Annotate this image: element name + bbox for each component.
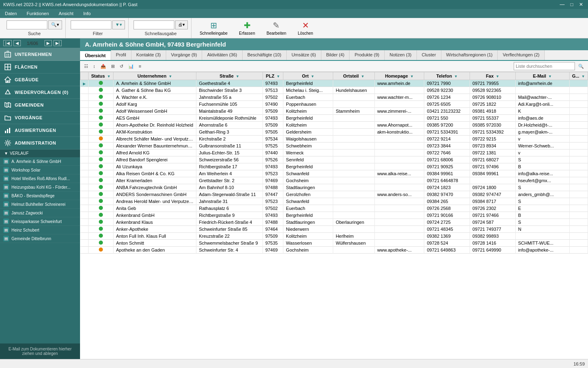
table-tool-resize-icon[interactable]: ⊞ [109, 63, 116, 70]
maximize-button[interactable]: □ [569, 2, 575, 7]
sidebar-item-vorgaenge[interactable]: VORGÄNGE [0, 112, 80, 124]
table-row[interactable]: Alter KramerladenGrettstadter Str. 29746… [80, 177, 588, 184]
table-row[interactable]: Adolf Weissenseel GmbHMaintalstraße 4997… [80, 108, 588, 115]
tab--bersicht[interactable]: Übersicht [80, 50, 111, 60]
col-header-g---[interactable]: G... ▼ [569, 72, 588, 80]
sidebar-item-unternehmen[interactable]: UNTERNEHMEN [0, 48, 80, 61]
loeschen-button[interactable]: ✕ Löschen [293, 19, 318, 37]
verlauf-item[interactable]: 🏢A. Amrhein & Söhne GmbH [0, 157, 80, 166]
table-row[interactable]: Ankenbrand GmbHRichtbergstraße 997493Ber… [80, 212, 588, 219]
verlauf-item[interactable]: 🏢BÄKO - Bestandspflege [0, 192, 80, 200]
tab-cluster[interactable]: Cluster [417, 50, 441, 60]
verlauf-item[interactable]: 🏢Gemeinde Dittelbrunn [0, 234, 80, 243]
table-row[interactable]: ANDERS Sondermaschinen GmbHAdam-Stegerwa… [80, 191, 588, 198]
nav-prev-button[interactable]: ◀ [13, 40, 21, 46]
nav-next-button[interactable]: ▶ [45, 40, 52, 46]
col-header-unternehmen[interactable]: Unternehmen ▼ [114, 72, 196, 80]
table-tool-sort-icon[interactable]: ↕ [91, 63, 97, 69]
sidebar-item-flaechen[interactable]: FLÄCHEN [0, 61, 80, 74]
bearbeiten-button[interactable]: ✎ Bearbeiten [262, 19, 291, 37]
minimize-button[interactable]: — [558, 2, 566, 7]
table-row[interactable]: Alfred Bandorf SpenglereiSchweizerstraße… [80, 156, 588, 163]
status-dot [99, 129, 103, 134]
table-row[interactable]: ANBA Fahrzeugtechnik GmbHAm Bahnhof 8-10… [80, 184, 588, 191]
table-tool-filter-icon[interactable]: ☷ [82, 63, 90, 70]
erfassen-button[interactable]: ✚ Erfassen [234, 19, 260, 37]
col-header-plz[interactable]: PLZ ▼ [263, 72, 283, 80]
search-input[interactable] [7, 20, 47, 29]
table-search-input[interactable] [514, 62, 575, 70]
tab-verflechtungen--2-[interactable]: Verflechtungen (2) [498, 50, 545, 60]
table-row[interactable]: Adolf KargFuchsenmühle 10597490Poppenhau… [80, 101, 588, 108]
verlauf-item[interactable]: 🏢Workshop Solar [0, 166, 80, 174]
col-header-homepage[interactable]: Homepage ▼ [374, 72, 424, 80]
tab-bilder--4-[interactable]: Bilder (4) [321, 50, 350, 60]
filter-button[interactable]: ▼▾ [112, 20, 125, 29]
col-header-fax[interactable]: Fax ▼ [470, 72, 516, 80]
sidebar-item-gebaeude[interactable]: GEBÄUDE [0, 74, 80, 86]
schnellausgabe-button[interactable]: 🖨▾ [175, 20, 188, 29]
table-row[interactable]: Ankenbrand KlausFriedrich-Rückert-Straße… [80, 219, 588, 226]
table-row[interactable]: AKM-KonstruktionGelthari-Ring 397505Geld… [80, 129, 588, 136]
verlauf-item[interactable]: 🏢Heinz Schubert [0, 226, 80, 234]
schnellausgabe-input[interactable] [134, 20, 174, 29]
table-row[interactable]: Apotheke an den GadenSchweinfurter Str. … [80, 247, 588, 254]
table-row[interactable]: Alexander Werner Bauunternehmung GmbHGul… [80, 143, 588, 149]
menu-info[interactable]: Info [82, 10, 92, 17]
table-row[interactable]: Alfred Arnold KGJulius-Echter-Str. 15974… [80, 149, 588, 156]
menu-funktionen[interactable]: Funktionen [25, 10, 50, 17]
tab-besch-ftigte--10-[interactable]: Beschäftigte (10) [243, 50, 287, 60]
tab-aktivit-ten--36-[interactable]: Aktivitäten (36) [202, 50, 242, 60]
verlauf-item[interactable]: 🏢Heizungsbau Kohl KG - Förder... [0, 183, 80, 192]
sidebar-item-wiedervorlagen[interactable]: WIEDERVORLAGEN (0) [0, 86, 80, 99]
tab-vorg-nge--9-[interactable]: Vorgänge (9) [166, 50, 203, 60]
table-tool-refresh-icon[interactable]: ↺ [118, 63, 125, 70]
col-header-e-mail[interactable]: E-Mail ▼ [515, 72, 569, 80]
search-button[interactable]: 🔍▾ [48, 20, 62, 29]
menu-ansicht[interactable]: Ansicht [57, 10, 75, 17]
table-row[interactable]: Alka Reisen GmbH & Co. KGAm Weiherlein 4… [80, 170, 588, 177]
sidebar-item-gemeinden[interactable]: GEMEINDEN [0, 99, 80, 112]
col-header-telefon[interactable]: Telefon ▼ [424, 72, 470, 80]
sidebar-item-auswertungen[interactable]: AUSWERTUNGEN [0, 124, 80, 137]
verlauf-item[interactable]: 🏢Janusz Zagwocki [0, 209, 80, 217]
table-row[interactable]: Ahorn-Apotheke Dr. Reinhold HolzheidAhor… [80, 122, 588, 129]
col-header-ort[interactable]: Ort ▼ [283, 72, 333, 80]
table-row[interactable]: ▶A. Amrhein & Söhne GmbHGoethestraße 497… [80, 80, 588, 87]
table-search-button[interactable]: 🔍 [577, 63, 586, 70]
table-row[interactable]: Andreas Herold Maler- und Verputzer- ges… [80, 198, 588, 205]
table-row[interactable]: Anton Full Inh. Klaus FullKreuzstraße 22… [80, 233, 588, 240]
table-row[interactable]: Anker-ApothekeSchweinfurter Straße 85974… [80, 226, 588, 233]
col-header-status[interactable]: Status ▼ [88, 72, 114, 80]
table-row[interactable]: Albrecht Schäfer Maler- und Verputzer- g… [80, 136, 588, 143]
nav-first-button[interactable]: |◀ [3, 40, 12, 46]
cell-district [333, 205, 374, 212]
table-tool-chart-icon[interactable]: 📊 [127, 63, 136, 70]
table-row[interactable]: Ali UzunkayaRichtbergstraße 1797493Bergr… [80, 163, 588, 170]
sidebar-item-administration[interactable]: ADMINISTRATION [0, 137, 80, 149]
verlauf-item[interactable]: 🏢Hotel Weißes Roß Alfons Rudl... [0, 174, 80, 183]
col-header-ortsteil[interactable]: Ortsteil ▼ [333, 72, 374, 80]
table-row[interactable]: A. Gather & Söhne Bau KGBischwinder Stra… [80, 87, 588, 94]
close-button[interactable]: ✕ [577, 2, 585, 7]
schnelleingabe-button[interactable]: ⊞ Schnelleingabe [195, 19, 232, 37]
menu-daten[interactable]: Daten [3, 10, 18, 17]
verlauf-item[interactable]: 🏢Kreissparkasse Schweinfurt [0, 217, 80, 226]
table-container[interactable]: Status ▼Unternehmen ▼Straße ▼PLZ ▼Ort ▼O… [80, 72, 588, 359]
verlauf-item[interactable]: 🏢Helmut Buhlheller Schreinerei [0, 200, 80, 209]
tab-profil[interactable]: Profil [111, 50, 131, 60]
table-tool-menu-icon[interactable]: ≡ [137, 63, 143, 69]
nav-last-button[interactable]: ▶| [53, 40, 62, 46]
table-row[interactable]: AES GmbHKreismülldeponie Rothmühle97493B… [80, 115, 588, 122]
col-header-stra-e[interactable]: Straße ▼ [196, 72, 263, 80]
filter-input[interactable] [71, 20, 111, 29]
table-tool-export-icon[interactable]: 📤 [99, 63, 108, 70]
table-row[interactable]: Anton SchmittSchwemmelsbacher Straße 997… [80, 240, 588, 247]
tab-kontakte--3-[interactable]: Kontakte (3) [131, 50, 166, 60]
tab-wirtschaftsregionen--1-[interactable]: Wirtschaftsregionen (1) [441, 50, 498, 60]
tab-ums-tze--6-[interactable]: Umsätze (6) [287, 50, 321, 60]
table-row[interactable]: Anita GebRathausplatz 697502Euerbach0972… [80, 205, 588, 212]
tab-produkte--9-[interactable]: Produkte (9) [350, 50, 385, 60]
tab-notizen--3-[interactable]: Notizen (3) [385, 50, 417, 60]
table-row[interactable]: A. Wachter e.K.Jahnstraße 55 a97502Euerb… [80, 94, 588, 101]
